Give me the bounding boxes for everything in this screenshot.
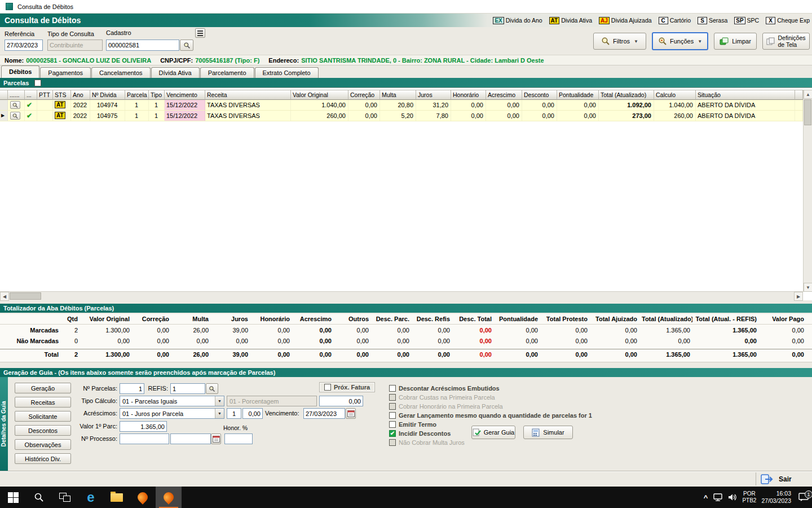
vencimento-input[interactable] <box>303 408 345 419</box>
taskbar-search-button[interactable] <box>26 487 52 508</box>
clock[interactable]: 16:03 27/03/2023 <box>761 490 791 505</box>
grid-row[interactable]: ▶✔AT20221049751115/12/2022TAXAS DIVERSAS… <box>0 111 803 121</box>
grid-header-cell[interactable]: Calculo <box>654 90 696 100</box>
tab-parcelamento[interactable]: Parcelamento <box>200 67 254 78</box>
processo-input[interactable] <box>120 433 169 444</box>
task-view-button[interactable] <box>52 487 78 508</box>
gerar-guia-button[interactable]: Gerar Guia <box>471 426 515 439</box>
checkbox-nao-cobrar-multa-juros[interactable]: Não Cobrar Multa Juros <box>389 438 592 446</box>
network-icon[interactable] <box>713 493 723 501</box>
grid-header-cell[interactable] <box>0 90 8 100</box>
grid-row[interactable]: ✔AT20221049741115/12/2022TAXAS DIVERSAS1… <box>0 100 803 111</box>
sidebar-button-observacoes[interactable]: Observações <box>15 439 71 450</box>
grid-header-cell[interactable]: Valor Original <box>291 90 348 100</box>
edge-browser-button[interactable]: e <box>78 487 104 508</box>
language-indicator[interactable]: POR PTB2 <box>742 491 756 504</box>
vertical-scroll-thumb[interactable] <box>804 99 811 125</box>
sidebar-button-geracao[interactable]: Geração <box>15 383 71 393</box>
referencia-input[interactable] <box>5 40 43 51</box>
grid-header-cell[interactable]: Honorário <box>451 90 486 100</box>
porcentagem-input[interactable] <box>319 396 363 406</box>
vencimento-calendar-button[interactable] <box>346 408 356 419</box>
cadastro-search-button[interactable] <box>180 40 193 51</box>
limpar-button[interactable]: Limpar <box>714 33 757 50</box>
grid-header-cell[interactable]: Vencimento <box>165 90 205 100</box>
grid-header-cell[interactable]: Correção <box>348 90 380 100</box>
tab-cancelamentos[interactable]: Cancelamentos <box>91 67 150 78</box>
simular-button[interactable]: Simular <box>523 426 573 439</box>
scroll-right-button[interactable]: ▶ <box>794 292 803 301</box>
scroll-down-button[interactable]: ▼ <box>804 283 812 292</box>
acrescimos-qtd-input[interactable] <box>227 408 241 419</box>
volume-icon[interactable] <box>728 493 737 501</box>
funcoes-button[interactable]: Funções ▼ <box>652 32 708 50</box>
screen-settings-icon <box>766 37 775 46</box>
grid-header-cell[interactable]: Juros <box>416 90 451 100</box>
row-detail-button[interactable] <box>10 112 20 120</box>
valor-parc-input[interactable] <box>120 421 167 432</box>
grid-header-cell[interactable]: ...... <box>8 90 25 100</box>
app-button-2-active[interactable] <box>156 487 182 508</box>
grid-header-cell[interactable]: Acrescimo <box>486 90 522 100</box>
grid-header-cell[interactable]: Total (Atualizado) <box>599 90 654 100</box>
clock-time: 16:03 <box>776 490 791 497</box>
acrescimos-pct-input[interactable] <box>242 408 263 419</box>
honor-pct-input[interactable] <box>224 433 253 444</box>
sidebar-button-solicitante[interactable]: Solicitante <box>15 411 71 422</box>
scroll-up-button[interactable]: ▲ <box>804 90 812 99</box>
tab-extrato-completo[interactable]: Extrato Completo <box>255 67 319 78</box>
totalizer-cell: 0,00 <box>759 327 806 334</box>
refis-search-button[interactable] <box>206 383 218 394</box>
cadastro-input[interactable] <box>106 40 179 51</box>
row-checked-icon[interactable]: ✔ <box>27 112 32 120</box>
processo-calendar-button[interactable] <box>211 433 221 444</box>
sidebar-button-receitas[interactable]: Receitas <box>15 397 71 408</box>
prox-fatura-checkbox[interactable]: Próx. Fatura <box>319 382 375 392</box>
grid-header-cell[interactable]: PTT <box>37 90 53 100</box>
row-cell: 260,00 <box>291 111 348 121</box>
checkbox-cobrar-honorario-na-primeira-parcela[interactable]: Cobrar Honorário na Primeira Parcela <box>389 402 592 410</box>
grid-header-cell[interactable]: Ano <box>71 90 90 100</box>
app-button-1[interactable] <box>130 487 156 508</box>
row-checked-icon[interactable]: ✔ <box>27 101 32 109</box>
checkbox-descontar-acrescimos-embutidos[interactable]: Descontar Acréscimos Embutidos <box>389 384 592 392</box>
checkbox-gerar-lancamento-mesmo-quando-a-quantidade-de-parcelas-for-1[interactable]: Gerar Lançamento mesmo quando a quantida… <box>389 411 592 419</box>
sidebar-button-descontos[interactable]: Descontos <box>15 425 71 436</box>
num-parcelas-input[interactable] <box>120 383 144 394</box>
sidebar-button-historico-div[interactable]: Histórico Div. <box>15 453 71 464</box>
checkbox-cobrar-custas-na-primeira-parcela[interactable]: Cobrar Custas na Primeira Parcela <box>389 393 592 401</box>
grid-header-cell[interactable]: ... <box>25 90 37 100</box>
sair-button[interactable]: Sair <box>756 472 810 485</box>
grid-header-cell[interactable]: Nº Divida <box>90 90 125 100</box>
vertical-scrollbar[interactable]: ▲ ▼ <box>803 90 812 292</box>
filtros-button[interactable]: Filtros ▼ <box>593 33 646 50</box>
processo-data-input[interactable] <box>170 433 211 444</box>
refis-input[interactable] <box>170 383 205 394</box>
file-explorer-button[interactable] <box>104 487 130 508</box>
legend-item: ATDivida Ativa <box>549 17 592 24</box>
grid-header-cell[interactable]: Multa <box>380 90 416 100</box>
row-detail-button[interactable] <box>10 101 20 109</box>
grid-header-cell[interactable]: Pontualidade <box>557 90 599 100</box>
scroll-left-button[interactable]: ◀ <box>0 292 9 301</box>
grid-header-cell[interactable]: Tipo <box>149 90 165 100</box>
horizontal-scroll-thumb[interactable] <box>10 292 41 300</box>
horizontal-scrollbar[interactable]: ◀ ▶ <box>0 291 803 300</box>
cadastro-list-button[interactable] <box>195 28 205 38</box>
grid-header-cell[interactable]: STS <box>53 90 71 100</box>
grid-header-cell[interactable]: Receita <box>205 90 291 100</box>
app-icon <box>6 3 13 10</box>
grid-header-cell[interactable]: Situação <box>696 90 795 100</box>
tab-debitos[interactable]: Débitos <box>1 65 39 78</box>
grid-header-cell[interactable]: Parcela <box>125 90 149 100</box>
tab-pagamentos[interactable]: Pagamentos <box>40 67 91 78</box>
parcelas-checkbox[interactable] <box>34 80 41 86</box>
tipo-calculo-select[interactable]: 01 - Parcelas Iguais ▼ <box>120 396 224 406</box>
tab-divida-ativa[interactable]: Dívida Ativa <box>151 67 200 78</box>
tray-expand-icon[interactable]: ^ <box>704 493 708 502</box>
definicoes-tela-button[interactable]: Definições de Tela <box>762 33 810 50</box>
grid-header-cell[interactable]: Desconto <box>522 90 557 100</box>
action-center-button[interactable]: 1 <box>796 490 811 505</box>
start-button[interactable] <box>0 487 26 508</box>
acrescimos-select[interactable]: 01 - Juros por Parcela ▼ <box>120 408 224 419</box>
